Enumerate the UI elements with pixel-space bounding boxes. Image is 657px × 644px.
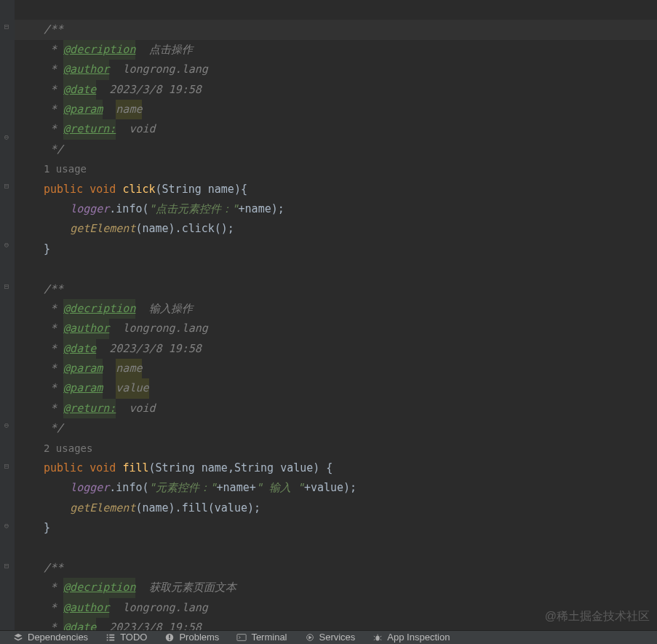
code-line: * @decription 输入操作 (15, 299, 657, 319)
code-line: * @param value (15, 378, 657, 398)
code-line: */ (15, 418, 657, 438)
code-line: /** (15, 20, 657, 39)
tool-label: Dependencies (28, 629, 88, 644)
code-line: logger.info("元素控件："+name+" 输入 "+value); (15, 478, 657, 498)
tool-terminal[interactable]: Terminal (236, 629, 287, 644)
tool-label: App Inspection (387, 629, 450, 644)
scrollbar[interactable] (650, 0, 657, 630)
fold-icon[interactable]: ⊟ (1, 22, 12, 32)
code-line: public void fill(String name,String valu… (15, 458, 657, 478)
tool-todo[interactable]: TODO (105, 629, 147, 644)
code-editor[interactable]: ⊟ ⊖ ⊟ ⊖ ⊟ ⊖ ⊟ ⊖ ⊟ /** * @decription 点击操作… (0, 0, 657, 630)
code-line: getElement(name).click(); (15, 219, 657, 239)
tool-window-bar: Dependencies TODO Problems Terminal Serv… (0, 630, 657, 644)
override-icon[interactable]: ⊟ (1, 461, 12, 472)
code-line: /** (15, 558, 657, 578)
override-icon[interactable]: ⊖ (1, 240, 12, 250)
code-line: } (15, 239, 657, 259)
code-line: * @param name (15, 100, 657, 119)
tool-services[interactable]: Services (305, 629, 356, 644)
fold-icon[interactable]: ⊟ (1, 561, 12, 571)
code-line: * @param name (15, 359, 657, 378)
tool-app-inspection[interactable]: App Inspection (373, 629, 450, 644)
code-line: } (15, 518, 657, 538)
fold-icon[interactable]: ⊖ (1, 421, 12, 431)
code-line (15, 538, 657, 558)
code-line: /** (15, 279, 657, 298)
svg-rect-1 (170, 635, 171, 638)
terminal-icon (236, 632, 247, 643)
tool-label: Services (319, 629, 356, 644)
code-area[interactable]: /** * @decription 点击操作 * @author longron… (15, 0, 657, 630)
list-icon (105, 632, 116, 643)
svg-rect-3 (237, 635, 246, 641)
layers-icon (13, 632, 23, 643)
code-line: public void click(String name){ (15, 180, 657, 199)
warning-icon (164, 632, 175, 643)
tool-dependencies[interactable]: Dependencies (13, 629, 88, 644)
code-line: logger.info("点击元素控件："+name); (15, 199, 657, 219)
tool-problems[interactable]: Problems (164, 629, 219, 644)
override-icon[interactable]: ⊟ (1, 181, 12, 191)
code-line: * @return: void (15, 119, 657, 139)
code-line (15, 0, 657, 20)
tool-label: Terminal (251, 629, 287, 644)
svg-rect-2 (170, 639, 171, 640)
code-line: * @return: void (15, 399, 657, 418)
code-line: * @author longrong.lang (15, 60, 657, 79)
code-line: * @decription 点击操作 (15, 40, 657, 60)
usage-hint[interactable]: 1 usage (15, 159, 657, 179)
svg-point-5 (376, 635, 380, 640)
code-line: * @author longrong.lang (15, 319, 657, 338)
override-icon[interactable]: ⊖ (1, 521, 12, 531)
services-icon (305, 632, 315, 643)
code-line: * @date 2023/3/8 19:58 (15, 339, 657, 359)
code-line: * @date 2023/3/8 19:58 (15, 80, 657, 100)
code-line (15, 259, 657, 279)
code-line: * @decription 获取元素页面文本 (15, 578, 657, 597)
code-line: */ (15, 140, 657, 159)
tool-label: Problems (179, 629, 219, 644)
bug-icon (373, 632, 383, 643)
tool-label: TODO (120, 629, 147, 644)
usage-hint[interactable]: 2 usages (15, 439, 657, 458)
fold-icon[interactable]: ⊟ (1, 282, 12, 292)
fold-icon[interactable]: ⊖ (1, 132, 12, 143)
gutter: ⊟ ⊖ ⊟ ⊖ ⊟ ⊖ ⊟ ⊖ ⊟ (0, 0, 15, 630)
code-line: getElement(name).fill(value); (15, 498, 657, 518)
watermark: @稀土掘金技术社区 (545, 605, 650, 627)
